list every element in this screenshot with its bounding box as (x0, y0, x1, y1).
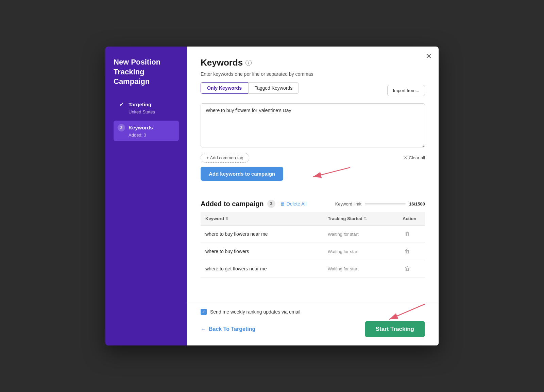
close-button[interactable]: ✕ (426, 53, 432, 60)
tab-only-keywords[interactable]: Only Keywords (201, 82, 248, 94)
keyword-textarea[interactable] (201, 103, 425, 147)
tab-import-row: Only Keywords Tagged Keywords Import fro… (201, 82, 425, 99)
trash-icon: 🗑 (280, 201, 285, 207)
limit-progress-bar (365, 203, 406, 204)
svg-line-1 (313, 167, 350, 177)
email-row: ✓ Send me weekly ranking updates via ema… (201, 309, 425, 315)
tag-row: + Add common tag × Clear all (201, 153, 425, 163)
step-label-keywords: Keywords (129, 125, 153, 130)
step-label-targeting: Targeting (129, 102, 151, 107)
th-action: Action (398, 212, 425, 226)
delete-row-button-2[interactable]: 🗑 (403, 248, 412, 255)
keyword-cell-1: where to buy flowers near me (201, 226, 323, 243)
keyword-limit-label: Keyword limit (335, 201, 361, 207)
add-tag-label: + Add common tag (206, 155, 243, 160)
campaign-header: Added to campaign 3 🗑 Delete All Keyword… (201, 200, 425, 208)
action-cell-2: 🗑 (398, 243, 425, 260)
keywords-table: Keyword ⇅ Tracking Started ⇅ Action (201, 212, 425, 278)
tab-tagged-keywords[interactable]: Tagged Keywords (248, 82, 299, 94)
step-sub-targeting: United States (129, 109, 175, 114)
status-cell-3: Waiting for start (323, 260, 398, 278)
step-header-keywords: 2 Keywords (118, 124, 175, 131)
add-keywords-button[interactable]: Add keywords to campaign (201, 167, 283, 181)
step-header-targeting: ✓ Targeting (118, 101, 175, 108)
keyword-cell-2: where to buy flowers (201, 243, 323, 260)
start-tracking-wrapper: Start Tracking (365, 321, 425, 337)
keyword-cell-3: where to get flowers near me (201, 260, 323, 278)
delete-row-button-1[interactable]: 🗑 (403, 230, 412, 238)
tab-group: Only Keywords Tagged Keywords (201, 82, 299, 94)
add-keywords-wrapper: Add keywords to campaign (201, 167, 283, 190)
campaign-count-badge: 3 (267, 200, 275, 208)
table-row: where to get flowers near me Waiting for… (201, 260, 425, 278)
table-header-row: Keyword ⇅ Tracking Started ⇅ Action (201, 212, 425, 226)
step-sub-keywords: Added: 3 (129, 132, 175, 138)
email-checkbox[interactable]: ✓ (201, 309, 207, 315)
start-tracking-button[interactable]: Start Tracking (365, 321, 425, 337)
clear-all-label: Clear all (409, 155, 425, 160)
footer: ✓ Send me weekly ranking updates via ema… (187, 303, 439, 345)
delete-all-label: Delete All (287, 201, 307, 207)
main-panel: ✕ Keywords i Enter keywords one per line… (187, 47, 439, 345)
sidebar: New Position Tracking Campaign ✓ Targeti… (105, 47, 187, 345)
clear-all-button[interactable]: × Clear all (404, 155, 425, 161)
action-cell-1: 🗑 (398, 226, 425, 243)
arrow-annotation-keywords (309, 164, 354, 184)
table-body: where to buy flowers near me Waiting for… (201, 226, 425, 278)
sidebar-step-targeting[interactable]: ✓ Targeting United States (114, 97, 179, 118)
campaign-title: Added to campaign (201, 200, 264, 208)
subtitle: Enter keywords one per line or separated… (201, 71, 425, 77)
clear-x-icon: × (404, 155, 407, 161)
th-keyword: Keyword ⇅ (201, 212, 323, 226)
sort-icon-keyword[interactable]: ⇅ (225, 216, 228, 221)
delete-all-button[interactable]: 🗑 Delete All (280, 201, 307, 207)
back-arrow-icon: ← (201, 326, 206, 332)
table-head: Keyword ⇅ Tracking Started ⇅ Action (201, 212, 425, 226)
email-label: Send me weekly ranking updates via email (210, 309, 300, 315)
table-row: where to buy flowers near me Waiting for… (201, 226, 425, 243)
delete-row-button-3[interactable]: 🗑 (403, 265, 412, 272)
limit-count: 16/1500 (409, 201, 425, 207)
table-row: where to buy flowers Waiting for start 🗑 (201, 243, 425, 260)
footer-actions: ← Back To Targeting Start Tracking (201, 321, 425, 337)
status-cell-1: Waiting for start (323, 226, 398, 243)
sort-icon-tracking[interactable]: ⇅ (364, 216, 367, 221)
info-icon[interactable]: i (245, 60, 252, 66)
status-cell-2: Waiting for start (323, 243, 398, 260)
th-tracking-started: Tracking Started ⇅ (323, 212, 398, 226)
step-num-targeting: ✓ (118, 101, 125, 108)
add-tag-button[interactable]: + Add common tag (201, 153, 249, 163)
import-button[interactable]: Import from... (387, 85, 425, 96)
sidebar-title: New Position Tracking Campaign (114, 57, 179, 87)
keyword-limit: Keyword limit 16/1500 (335, 201, 425, 207)
main-scroll-area: Keywords i Enter keywords one per line o… (187, 47, 439, 303)
back-to-targeting-button[interactable]: ← Back To Targeting (201, 326, 255, 332)
limit-bar-fill (365, 203, 365, 204)
sidebar-step-keywords[interactable]: 2 Keywords Added: 3 (114, 121, 179, 141)
action-cell-3: 🗑 (398, 260, 425, 278)
step-num-keywords: 2 (118, 124, 125, 131)
section-title-text: Keywords (201, 57, 243, 68)
section-title: Keywords i (201, 57, 425, 68)
modal: New Position Tracking Campaign ✓ Targeti… (105, 47, 439, 345)
back-btn-label: Back To Targeting (209, 326, 255, 332)
